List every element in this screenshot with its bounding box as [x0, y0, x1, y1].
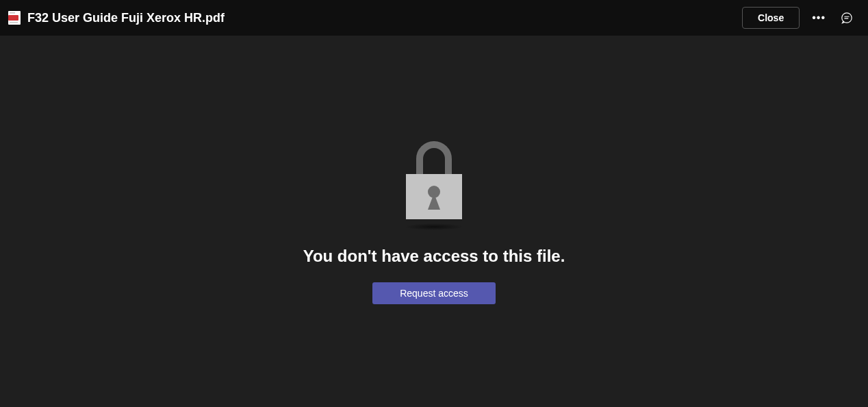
chat-icon: [841, 12, 853, 24]
pdf-file-icon: [8, 11, 21, 25]
lock-icon: [406, 138, 462, 219]
header-bar: F32 User Guide Fuji Xerox HR.pdf Close •…: [0, 0, 868, 36]
main-content: You don't have access to this file. Requ…: [0, 36, 868, 407]
lock-illustration: [405, 138, 463, 230]
more-options-button[interactable]: •••: [809, 10, 828, 26]
access-error-message: You don't have access to this file.: [303, 247, 565, 266]
svg-rect-2: [10, 12, 15, 14]
close-button[interactable]: Close: [742, 7, 800, 29]
more-horizontal-icon: •••: [812, 12, 826, 23]
svg-rect-1: [8, 15, 18, 21]
lock-shadow: [405, 223, 463, 230]
request-access-button[interactable]: Request access: [372, 282, 496, 304]
header-actions: Close •••: [742, 7, 856, 29]
svg-rect-3: [10, 22, 18, 23]
chat-button[interactable]: [838, 9, 856, 27]
file-title: F32 User Guide Fuji Xerox HR.pdf: [27, 11, 742, 25]
